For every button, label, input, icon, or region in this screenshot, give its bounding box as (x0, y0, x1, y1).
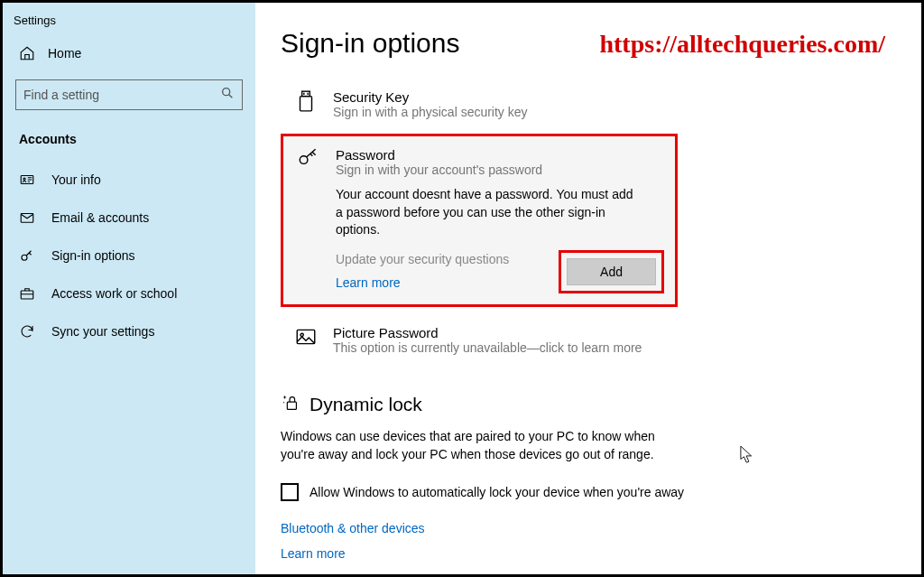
checkbox[interactable] (281, 483, 299, 501)
checkbox-label: Allow Windows to automatically lock your… (310, 485, 684, 499)
sidebar-item-label: Email & accounts (51, 210, 149, 225)
option-title: Security Key (333, 89, 528, 105)
search-icon (220, 86, 235, 104)
briefcase-icon (19, 285, 35, 302)
sidebar-item-label: Sign-in options (51, 248, 135, 263)
bluetooth-link[interactable]: Bluetooth & other devices (281, 521, 885, 535)
usb-key-icon (293, 89, 319, 113)
sidebar: Settings Home Accounts Your info Email (3, 3, 255, 574)
sidebar-item-work-school[interactable]: Access work or school (3, 275, 255, 312)
sidebar-item-signin[interactable]: Sign-in options (3, 237, 255, 275)
app-title: Settings (3, 10, 255, 36)
svg-point-0 (223, 88, 230, 96)
home-icon (19, 45, 35, 61)
option-subtitle: Sign in with your account's password (336, 163, 542, 177)
svg-point-8 (300, 156, 308, 164)
sidebar-item-label: Your info (51, 172, 101, 187)
option-title: Picture Password (333, 325, 642, 340)
password-key-icon (296, 147, 321, 171)
option-security-key[interactable]: Security Key Sign in with a physical sec… (281, 80, 678, 128)
dynamic-lock-checkbox-row[interactable]: Allow Windows to automatically lock your… (281, 483, 885, 501)
option-picture-password[interactable]: Picture Password This option is currentl… (281, 316, 678, 364)
svg-point-10 (300, 333, 303, 336)
watermark-text: https://alltechqueries.com/ (599, 30, 885, 59)
add-button-highlight: Add (559, 250, 664, 293)
search-input[interactable] (23, 88, 220, 102)
picture-icon (293, 325, 319, 349)
sync-icon (19, 323, 35, 340)
dynamic-lock-title: Dynamic lock (310, 394, 422, 415)
section-heading: Accounts (3, 125, 255, 161)
svg-rect-7 (300, 97, 312, 111)
home-button[interactable]: Home (3, 36, 255, 70)
svg-point-2 (23, 178, 25, 180)
sidebar-item-email[interactable]: Email & accounts (3, 199, 255, 237)
sidebar-item-your-info[interactable]: Your info (3, 161, 255, 199)
learn-more-link[interactable]: Learn more (281, 546, 885, 561)
main-content: https://alltechqueries.com/ Sign-in opti… (255, 3, 921, 574)
dynamic-lock-icon (281, 393, 300, 416)
sidebar-item-label: Sync your settings (51, 324, 154, 339)
sidebar-item-sync[interactable]: Sync your settings (3, 312, 255, 350)
sidebar-item-label: Access work or school (51, 286, 177, 301)
svg-point-4 (22, 255, 27, 260)
key-icon (19, 247, 35, 264)
password-message: Your account doesnt have a password. You… (336, 186, 642, 239)
add-password-button[interactable]: Add (567, 258, 656, 285)
svg-rect-5 (21, 291, 33, 299)
person-icon (19, 172, 35, 188)
dynamic-lock-description: Windows can use devices that are paired … (281, 427, 660, 464)
search-box[interactable] (15, 79, 243, 110)
option-password-expanded: Password Sign in with your account's pas… (281, 134, 678, 307)
option-title: Password (336, 147, 542, 163)
bottom-links: Bluetooth & other devices Learn more (281, 521, 885, 561)
svg-rect-11 (287, 402, 296, 409)
option-subtitle: Sign in with a physical security key (333, 105, 528, 119)
option-subtitle: This option is currently unavailable—cli… (333, 340, 642, 355)
home-label: Home (48, 46, 81, 60)
dynamic-lock-heading: Dynamic lock (281, 393, 885, 416)
mail-icon (19, 209, 35, 226)
svg-rect-6 (302, 91, 310, 96)
